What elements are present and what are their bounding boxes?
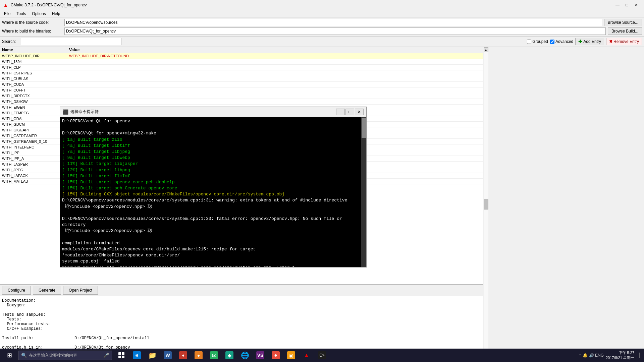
cache-row-webp[interactable]: WEBP_INCLUDE_DIR WEBP_INCLUDE_DIR-NOTFOU… (0, 53, 483, 59)
search-label: Search: (2, 39, 19, 44)
cache-row-cstripes[interactable]: WITH_CSTRIPES (0, 70, 483, 76)
cmake-icon: ▲ (303, 351, 311, 359)
search-input[interactable] (21, 38, 121, 45)
log-line (2, 331, 481, 336)
taskbar-mail[interactable]: ✉ (207, 349, 221, 361)
svg-rect-1 (122, 352, 124, 355)
start-button[interactable]: ⊞ (1, 349, 17, 361)
taskbar-cmake[interactable]: ▲ (299, 349, 314, 361)
app-icon: ▲ (3, 2, 8, 8)
v-scrollbar[interactable]: ▲ ▼ (483, 47, 488, 362)
svg-rect-3 (122, 356, 124, 358)
add-entry-button[interactable]: ✚ Add Entry (575, 38, 604, 45)
taskbar-word[interactable]: W (160, 349, 175, 361)
cache-row-clp[interactable]: WITH_CLP (0, 65, 483, 70)
log-line: Tests and samples: (2, 312, 481, 317)
title-bar: ▲ CMake 3.7.2 - D:/OPENCV/Qt_for_opencv … (0, 0, 644, 10)
taskbar-terminal[interactable]: C> (315, 349, 329, 361)
terminal-minimize[interactable]: — (336, 109, 345, 115)
terminal-maximize[interactable]: □ (345, 109, 354, 115)
t-line: D:\OPENCV\opencv/sources/modules/core/sr… (62, 197, 360, 203)
taskbar-chrome[interactable]: 🌐 (237, 349, 252, 361)
source-input[interactable] (64, 19, 602, 26)
browse-build-button[interactable]: Browse Build... (608, 27, 642, 35)
menu-options[interactable]: Options (29, 11, 48, 17)
t-line: mingw32-make[2]: *** [modules/core/CMake… (62, 265, 360, 267)
advanced-checkbox-label[interactable]: Advanced (550, 39, 573, 44)
t-line: [ 12%] Built target libpng (62, 167, 360, 173)
taskbar: ⊞ 🔍 在这里输入你要搜索的内容 🎤 e 📁 W (0, 349, 644, 362)
menu-tools[interactable]: Tools (14, 11, 29, 17)
generate-button[interactable]: Generate (33, 286, 61, 295)
log-line: Documentation: (2, 298, 481, 303)
t-line: [ 15%] Building CXX object modules/core/… (62, 191, 360, 197)
taskbar-task-view[interactable] (114, 349, 129, 361)
app-content: Where is the source code: Browse Source.… (0, 17, 644, 362)
word-icon: W (164, 351, 172, 359)
t-line: [ 11%] Built target libjasper (62, 161, 360, 167)
close-button[interactable]: ✕ (632, 2, 641, 8)
t-line: D:\OPENCV>cd Qt_for_opencv (62, 118, 360, 124)
source-label: Where is the source code: (2, 20, 62, 25)
taskbar-apps: e 📁 W ♦ ● ✉ (114, 349, 329, 361)
log-line (2, 341, 481, 345)
t-line: [ 15%] Built target pch_Generate_opencv_… (62, 185, 360, 191)
taskbar-search-text: 在这里输入你要搜索的内容 (29, 353, 77, 358)
log-line: Install path: D:/OPENCV/Qt_for_opencv/in… (2, 336, 481, 341)
grouped-checkbox[interactable] (527, 40, 531, 44)
grouped-checkbox-label[interactable]: Grouped (527, 39, 548, 44)
terminal-scrollbar[interactable] (361, 117, 366, 267)
maximize-button[interactable]: □ (623, 2, 631, 8)
taskbar-vs[interactable]: VS (253, 349, 268, 361)
cache-row-cublas[interactable]: WITH_CUBLAS (0, 76, 483, 82)
configure-button[interactable]: Configure (2, 286, 31, 295)
terminal-scroll-thumb[interactable] (362, 118, 366, 138)
log-line: C/C++ Examples: (2, 326, 481, 331)
taskbar-explorer[interactable]: 📁 (145, 349, 160, 361)
t-line: D:\OPENCV\Qt_for_opencv>mingw32-make (62, 130, 360, 136)
taskbar-edge[interactable]: e (129, 349, 144, 361)
menu-file[interactable]: File (1, 11, 13, 17)
cache-row-1394[interactable]: WITH_1394 (0, 59, 483, 65)
taskbar-app8[interactable]: ◆ (222, 349, 237, 361)
taskbar-app12[interactable]: ◉ (284, 349, 299, 361)
taskbar-search[interactable]: 🔍 在这里输入你要搜索的内容 🎤 (18, 351, 112, 360)
tray-clock: 下午 5:27 2017/8/21 星期一 (606, 350, 634, 361)
tray-time-display: 下午 5:27 (606, 350, 634, 355)
log-line: Performance tests: (2, 322, 481, 326)
app6-icon: ● (195, 351, 203, 359)
taskbar-app6[interactable]: ● (191, 349, 206, 361)
cache-row-dshow[interactable]: WITH_DSHOW (0, 99, 483, 105)
svg-rect-0 (118, 352, 121, 355)
browse-source-button[interactable]: Browse Source... (604, 19, 642, 26)
chrome-icon: 🌐 (241, 351, 249, 359)
show-desktop-btn[interactable]: ▕ (636, 353, 640, 358)
terminal-icon: ⬛ (63, 109, 68, 115)
edge-icon: e (133, 351, 141, 359)
mail-icon: ✉ (210, 351, 218, 359)
t-line: [ 15%] Built target IlmImf (62, 173, 360, 179)
minimize-button[interactable]: — (613, 2, 622, 8)
app5-icon: ♦ (179, 351, 187, 359)
microphone-icon: 🎤 (103, 353, 109, 358)
tray-expand[interactable]: ^ (579, 354, 581, 357)
t-line (62, 124, 360, 130)
taskbar-app5[interactable]: ♦ (176, 349, 191, 361)
open-project-button[interactable]: Open Project (63, 286, 98, 295)
build-input[interactable] (64, 27, 606, 35)
terminal-body: D:\OPENCV>cd Qt_for_opencv D:\OPENCV\Qt_… (60, 117, 366, 267)
menu-help[interactable]: Help (49, 11, 63, 17)
cache-row-cuda[interactable]: WITH_CUDA (0, 82, 483, 87)
plus-icon: ✚ (578, 39, 582, 44)
vs-icon: VS (256, 351, 264, 359)
cache-row-cufft[interactable]: WITH_CUFFT (0, 87, 483, 93)
terminal-titlebar: ⬛ 选择命令提示符 — □ ✕ (60, 107, 366, 117)
cache-row-directx[interactable]: WITH_DIRECTX (0, 93, 483, 99)
t-line (62, 234, 360, 240)
t-line: modules/core/CMakeFiles/opencv_core.dir/… (62, 246, 360, 258)
explorer-icon: 📁 (148, 351, 156, 359)
terminal-close[interactable]: ✕ (355, 109, 364, 115)
remove-entry-button[interactable]: ✖ Remove Entry (606, 38, 642, 45)
advanced-checkbox[interactable] (550, 40, 554, 44)
taskbar-app11[interactable]: ● (268, 349, 283, 361)
